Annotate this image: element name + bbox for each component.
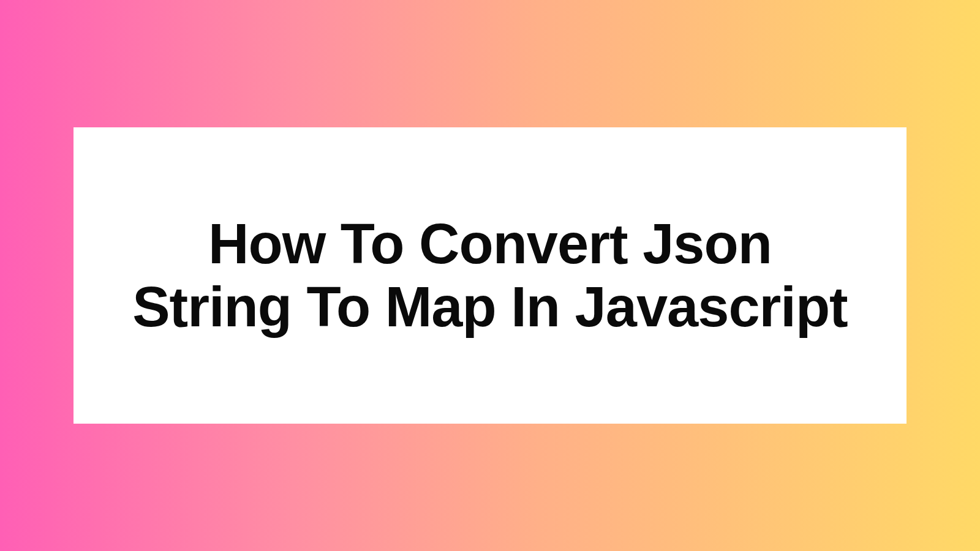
title-card: How To Convert Json String To Map In Jav… [74, 127, 907, 424]
page-title: How To Convert Json String To Map In Jav… [123, 212, 858, 339]
